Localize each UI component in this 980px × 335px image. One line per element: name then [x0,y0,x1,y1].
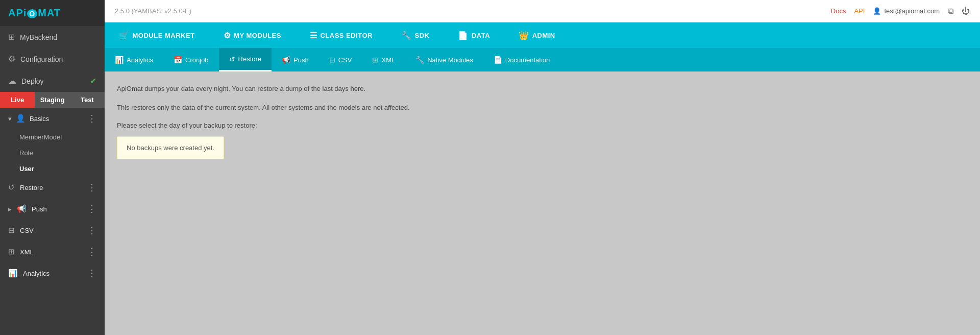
csv-label: CSV [20,227,34,234]
no-backup-message: No backups were created yet. [127,144,214,152]
env-tab-staging[interactable]: Staging [35,92,69,108]
nav-label-class-editor: CLASS EDITOR [320,32,373,39]
analytics-menu-dots[interactable]: ⋮ [87,268,96,279]
restore-menu-dots[interactable]: ⋮ [87,182,96,193]
csv-tab-icon: ⊟ [329,56,335,64]
sidebar-item-deploy[interactable]: ☁ Deploy ✔ [0,70,105,92]
tab-push[interactable]: 📢 Push [272,48,319,71]
documentation-tab-icon: 📄 [494,56,502,64]
basics-menu-dots[interactable]: ⋮ [87,113,96,124]
no-backup-notice: No backups were created yet. [117,136,224,159]
nav-item-my-modules[interactable]: ⚙ MY MODULES [209,22,296,48]
sidebar-label-configuration: Configuration [20,55,63,63]
nav-label-sdk: SDK [415,32,430,39]
tab-cronjob[interactable]: 📅 Cronjob [163,48,219,71]
gear-icon: ⚙ [8,54,15,64]
cronjob-tab-icon: 📅 [174,56,182,64]
description-line1: ApiOmat dumps your data every night. You… [117,84,968,94]
sidebar-sub-role[interactable]: Role [0,145,105,161]
top-header: 2.5.0 (YAMBAS: v2.5.0-E) Docs API 👤 test… [105,0,980,22]
analytics-tab-icon: 📊 [115,56,124,64]
basics-label: Basics [30,115,49,123]
restore-icon: ↺ [8,183,15,192]
chevron-right-icon: ▸ [8,205,12,213]
analytics-icon: 📊 [8,269,18,278]
user-icon: 👤 [873,7,881,15]
sidebar-item-csv[interactable]: ⊟ CSV ⋮ [0,220,105,241]
person-icon: 👤 [16,114,26,123]
data-icon: 📄 [458,31,469,40]
analytics-label: Analytics [23,270,50,277]
tab-analytics[interactable]: 📊 Analytics [105,48,163,71]
tab-label-native-modules: Native Modules [427,56,473,64]
restore-label: Restore [20,184,43,192]
xml-label: XML [20,248,34,256]
version-label: 2.5.0 (YAMBAS: v2.5.0-E) [115,7,191,15]
env-tab-live[interactable]: Live [0,92,35,108]
tab-label-xml: XML [381,56,395,64]
nav-item-admin[interactable]: 👑 ADMIN [504,22,570,48]
sidebar-sub-user[interactable]: User [0,161,105,177]
user-info: 👤 test@apiomat.com [873,7,940,15]
sidebar-label-mybackend: MyBackend [20,33,57,41]
primary-nav: 🛒 MODULE MARKET ⚙ MY MODULES ☰ CLASS EDI… [105,22,980,48]
main-area: 2.5.0 (YAMBAS: v2.5.0-E) Docs API 👤 test… [105,0,980,335]
tab-documentation[interactable]: 📄 Documentation [483,48,560,71]
api-link[interactable]: API [854,7,865,15]
power-icon[interactable]: ⏻ [962,7,970,16]
nav-item-class-editor[interactable]: ☰ CLASS EDITOR [296,22,387,48]
module-market-icon: 🛒 [119,31,130,40]
push-tab-icon: 📢 [282,56,290,64]
env-tab-test[interactable]: Test [70,92,105,108]
tab-label-restore: Restore [238,55,262,63]
xml-icon: ⊞ [8,247,15,256]
sidebar: APiOMAT ⊞ MyBackend ⚙ Configuration ☁ De… [0,0,105,335]
tab-label-cronjob: Cronjob [185,56,209,64]
sidebar-item-configuration[interactable]: ⚙ Configuration [0,48,105,70]
tab-label-documentation: Documentation [505,56,550,64]
secondary-nav: 📊 Analytics 📅 Cronjob ↺ Restore 📢 Push ⊟… [105,48,980,71]
tab-label-csv: CSV [338,56,352,64]
docs-link[interactable]: Docs [831,7,846,15]
backup-select-label: Please select the day of your backup to … [117,122,968,129]
sidebar-sub-membermodel[interactable]: MemberModel [0,129,105,145]
sidebar-item-analytics[interactable]: 📊 Analytics ⋮ [0,262,105,284]
chevron-down-icon: ▾ [8,115,12,123]
nav-label-module-market: MODULE MARKET [133,32,195,39]
restore-tab-icon: ↺ [229,55,235,63]
sidebar-item-xml[interactable]: ⊞ XML ⋮ [0,241,105,262]
tab-native-modules[interactable]: 🔧 Native Modules [405,48,483,71]
cloud-icon: ☁ [8,76,16,86]
nav-label-my-modules: MY MODULES [234,32,281,39]
sidebar-item-push[interactable]: ▸ 📢 Push ⋮ [0,198,105,220]
tab-restore[interactable]: ↺ Restore [219,48,272,71]
xml-menu-dots[interactable]: ⋮ [87,246,96,257]
nav-item-module-market[interactable]: 🛒 MODULE MARKET [105,22,209,48]
user-email: test@apiomat.com [884,7,940,15]
push-label: Push [32,205,47,213]
sdk-icon: 🔧 [401,31,412,40]
native-modules-tab-icon: 🔧 [415,56,424,64]
sidebar-section-basics[interactable]: ▾ 👤 Basics ⋮ [0,108,105,129]
app-logo: APiOMAT [8,7,61,19]
grid-icon: ⊞ [8,32,15,42]
tab-label-analytics: Analytics [127,56,153,64]
admin-icon: 👑 [519,31,529,40]
push-menu-dots[interactable]: ⋮ [87,203,96,214]
page-content: ApiOmat dumps your data every night. You… [105,71,980,335]
nav-item-data[interactable]: 📄 DATA [444,22,504,48]
tab-csv[interactable]: ⊟ CSV [319,48,362,71]
window-icon[interactable]: ⧉ [948,7,953,16]
nav-label-data: DATA [472,32,490,39]
sidebar-item-restore[interactable]: ↺ Restore ⋮ [0,177,105,198]
tab-label-push: Push [293,56,309,64]
deploy-check-icon: ✔ [90,76,96,86]
nav-label-admin: ADMIN [532,32,555,39]
sidebar-item-mybackend[interactable]: ⊞ MyBackend [0,26,105,48]
push-icon: 📢 [17,204,27,213]
xml-tab-icon: ⊞ [372,56,378,64]
nav-item-sdk[interactable]: 🔧 SDK [387,22,444,48]
csv-menu-dots[interactable]: ⋮ [87,225,96,236]
class-editor-icon: ☰ [310,31,317,40]
tab-xml[interactable]: ⊞ XML [362,48,405,71]
